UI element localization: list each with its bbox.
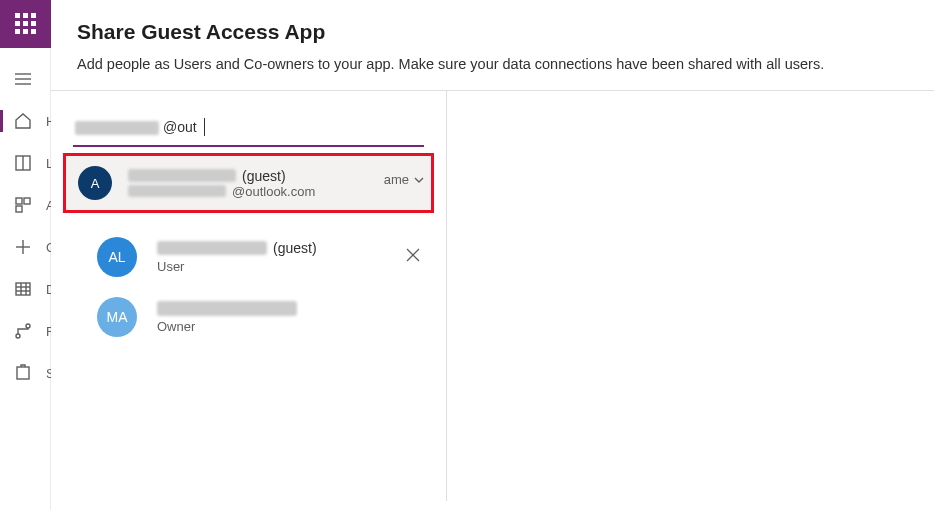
redacted-text <box>128 185 226 197</box>
page-subtitle: Add people as Users and Co-owners to you… <box>77 56 908 72</box>
svg-rect-7 <box>16 206 22 212</box>
redacted-text <box>75 121 159 135</box>
svg-point-16 <box>26 324 30 328</box>
svg-rect-5 <box>16 198 22 204</box>
page-title: Share Guest Access App <box>77 20 908 44</box>
shared-people-list: AL (guest) User MA <box>51 227 446 347</box>
share-left-pane: @out A (guest) @outlook.com ame <box>51 91 447 501</box>
flow-icon <box>14 322 32 340</box>
text-caret <box>204 118 205 136</box>
svg-rect-10 <box>16 283 30 295</box>
redacted-text <box>128 169 236 182</box>
sidebar-item-solutions[interactable]: S <box>0 352 50 394</box>
table-icon <box>14 280 32 298</box>
people-suggestion-item[interactable]: A (guest) @outlook.com ame <box>63 153 434 213</box>
sort-by-name[interactable]: ame <box>384 172 425 187</box>
avatar: A <box>78 166 112 200</box>
svg-rect-6 <box>24 198 30 204</box>
sidebar-item-apps[interactable]: A <box>0 184 50 226</box>
sidebar-nav: H L A C D F S <box>0 48 51 510</box>
sort-label-fragment: ame <box>384 172 409 187</box>
svg-point-15 <box>16 334 20 338</box>
person-role: Owner <box>157 319 303 334</box>
panel-content: @out A (guest) @outlook.com ame <box>51 91 934 501</box>
remove-person-button[interactable] <box>406 248 420 266</box>
person-row: AL (guest) User <box>51 227 446 287</box>
solutions-icon <box>14 364 32 382</box>
hamburger-icon <box>14 70 32 88</box>
avatar: MA <box>97 297 137 337</box>
home-icon <box>14 112 32 130</box>
close-icon <box>406 248 420 262</box>
sidebar-item-hamburger[interactable] <box>0 58 50 100</box>
sidebar-item-home[interactable]: H <box>0 100 50 142</box>
sidebar-item-flows[interactable]: F <box>0 310 50 352</box>
person-role: User <box>157 259 317 274</box>
redacted-text <box>157 241 267 255</box>
apps-icon <box>14 196 32 214</box>
svg-rect-17 <box>17 367 29 379</box>
plus-icon <box>14 238 32 256</box>
panel-header: Share Guest Access App Add people as Use… <box>51 0 934 91</box>
main-panel: Share Guest Access App Add people as Use… <box>51 0 934 510</box>
avatar: AL <box>97 237 137 277</box>
suggestion-text: (guest) @outlook.com <box>128 168 315 199</box>
person-row: MA Owner <box>51 287 446 347</box>
suggestion-email-suffix: @outlook.com <box>232 184 315 199</box>
sidebar-item-learn[interactable]: L <box>0 142 50 184</box>
app-launcher-bar <box>0 0 51 48</box>
waffle-icon[interactable] <box>15 13 37 35</box>
sidebar-item-create[interactable]: C <box>0 226 50 268</box>
book-icon <box>14 154 32 172</box>
share-right-pane <box>447 91 934 501</box>
people-search-wrap: @out <box>73 115 424 147</box>
sidebar-item-data[interactable]: D <box>0 268 50 310</box>
person-name-suffix: (guest) <box>273 240 317 256</box>
chevron-down-icon <box>413 174 425 186</box>
suggestion-name-suffix: (guest) <box>242 168 286 184</box>
redacted-text <box>157 301 297 316</box>
